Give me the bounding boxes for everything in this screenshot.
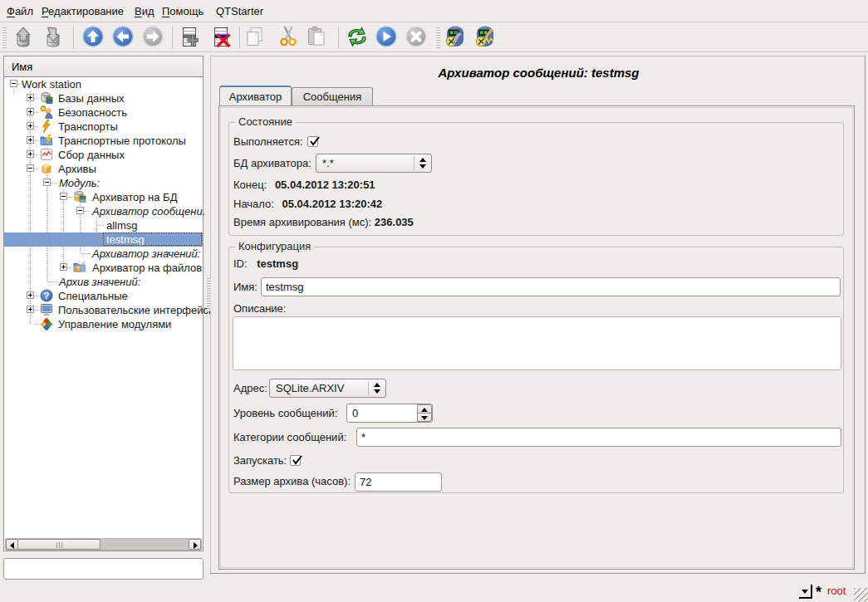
svg-text:?: ?	[43, 291, 49, 301]
